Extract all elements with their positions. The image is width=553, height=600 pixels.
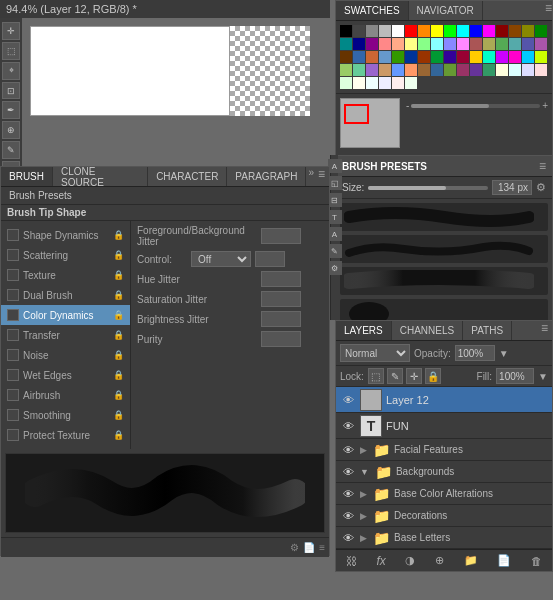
sidebar-item-texture[interactable]: Texture 🔒 <box>1 265 130 285</box>
swatch[interactable] <box>470 51 482 63</box>
tab-layers[interactable]: LAYERS <box>336 321 392 340</box>
swatch[interactable] <box>366 77 378 89</box>
swatch[interactable] <box>392 77 404 89</box>
purity-input[interactable] <box>261 331 301 347</box>
eye-layer12[interactable]: 👁 <box>340 392 356 408</box>
layer-group-decorations[interactable]: 👁 ▶ 📁 Decorations <box>336 505 552 527</box>
brightness-jitter-input[interactable] <box>261 311 301 327</box>
swatch[interactable] <box>457 51 469 63</box>
swatch[interactable] <box>353 38 365 50</box>
zoom-out-button[interactable]: - <box>406 100 409 111</box>
lock-position-btn[interactable]: ✛ <box>406 368 422 384</box>
swatch[interactable] <box>509 51 521 63</box>
swatch[interactable] <box>496 64 508 76</box>
fill-arrow[interactable]: ▼ <box>538 371 548 382</box>
sidebar-item-noise[interactable]: Noise 🔒 <box>1 345 130 365</box>
saturation-jitter-input[interactable] <box>261 291 301 307</box>
sidebar-item-smoothing[interactable]: Smoothing 🔒 <box>1 405 130 425</box>
opacity-arrow[interactable]: ▼ <box>499 348 509 359</box>
swatch[interactable] <box>496 51 508 63</box>
layer-adjust-button[interactable]: ⊕ <box>431 552 448 569</box>
check-color-dynamics[interactable] <box>7 309 19 321</box>
swatch[interactable] <box>431 51 443 63</box>
swatches-menu-icon[interactable]: ≡ <box>545 1 552 20</box>
lock-paint-btn[interactable]: ✎ <box>387 368 403 384</box>
tab-brush[interactable]: BRUSH <box>1 167 53 186</box>
swatch[interactable] <box>470 38 482 50</box>
swatch[interactable] <box>509 38 521 50</box>
swatch[interactable] <box>431 64 443 76</box>
layer-fx-button[interactable]: fx <box>372 552 389 570</box>
check-protect-texture[interactable] <box>7 429 19 441</box>
check-wet-edges[interactable] <box>7 369 19 381</box>
swatch[interactable] <box>418 64 430 76</box>
swatch[interactable] <box>353 25 365 37</box>
swatch[interactable] <box>496 25 508 37</box>
tab-paths[interactable]: PATHS <box>463 321 512 340</box>
brush-item[interactable] <box>340 203 548 231</box>
swatch[interactable] <box>470 25 482 37</box>
swatch[interactable] <box>483 38 495 50</box>
control-value-input[interactable] <box>255 251 285 267</box>
layer-item-layer12[interactable]: 👁 Layer 12 <box>336 387 552 413</box>
swatch[interactable] <box>457 25 469 37</box>
brush-presets-settings-icon[interactable]: ⚙ <box>536 181 546 194</box>
eye-fun[interactable]: 👁 <box>340 418 356 434</box>
sidebar-item-transfer[interactable]: Transfer 🔒 <box>1 325 130 345</box>
tool-heal[interactable]: ⊕ <box>2 121 20 139</box>
swatch[interactable] <box>405 25 417 37</box>
sidebar-item-scattering[interactable]: Scattering 🔒 <box>1 245 130 265</box>
layers-panel-menu-icon[interactable]: ≡ <box>541 321 552 340</box>
swatch[interactable] <box>509 25 521 37</box>
swatch[interactable] <box>444 25 456 37</box>
sidebar-item-wet-edges[interactable]: Wet Edges 🔒 <box>1 365 130 385</box>
check-scattering[interactable] <box>7 249 19 261</box>
sidebar-item-airbrush[interactable]: Airbrush 🔒 <box>1 385 130 405</box>
sidebar-item-shape-dynamics[interactable]: Shape Dynamics 🔒 <box>1 225 130 245</box>
swatch[interactable] <box>379 77 391 89</box>
layer-group-base-color[interactable]: 👁 ▶ 📁 Base Color Alterations <box>336 483 552 505</box>
swatch[interactable] <box>418 51 430 63</box>
swatch[interactable] <box>483 64 495 76</box>
swatch[interactable] <box>444 38 456 50</box>
tool-crop[interactable]: ⊡ <box>2 82 20 100</box>
swatch[interactable] <box>366 51 378 63</box>
tab-clone-source[interactable]: CLONE SOURCE <box>53 167 148 186</box>
lock-all-btn[interactable]: 🔒 <box>425 368 441 384</box>
swatch[interactable] <box>379 51 391 63</box>
swatch[interactable] <box>535 25 547 37</box>
arrow-decorations[interactable]: ▶ <box>360 511 367 521</box>
check-airbrush[interactable] <box>7 389 19 401</box>
swatch[interactable] <box>340 77 352 89</box>
brush-panel-menu-icon[interactable]: ≡ <box>318 167 329 186</box>
swatch[interactable] <box>405 51 417 63</box>
check-smoothing[interactable] <box>7 409 19 421</box>
swatch[interactable] <box>444 64 456 76</box>
layer-group-button[interactable]: 📁 <box>460 552 482 569</box>
sidebar-item-dual-brush[interactable]: Dual Brush 🔒 <box>1 285 130 305</box>
tab-channels[interactable]: CHANNELS <box>392 321 463 340</box>
tab-swatches[interactable]: SWATCHES <box>336 1 409 20</box>
swatch[interactable] <box>392 38 404 50</box>
swatch[interactable] <box>522 25 534 37</box>
swatch[interactable] <box>496 38 508 50</box>
zoom-in-button[interactable]: + <box>542 100 548 111</box>
footer-icon-3[interactable]: ≡ <box>319 542 325 553</box>
eye-base-color[interactable]: 👁 <box>340 486 356 502</box>
footer-icon-1[interactable]: ⚙ <box>290 542 299 553</box>
swatch[interactable] <box>470 64 482 76</box>
blend-mode-select[interactable]: Normal <box>340 344 410 362</box>
check-texture[interactable] <box>7 269 19 281</box>
swatch[interactable] <box>340 38 352 50</box>
brush-presets-menu-icon[interactable]: ≡ <box>539 159 546 173</box>
swatch[interactable] <box>522 38 534 50</box>
hue-jitter-input[interactable] <box>261 271 301 287</box>
swatch[interactable] <box>353 51 365 63</box>
swatch[interactable] <box>457 38 469 50</box>
swatch[interactable] <box>418 25 430 37</box>
check-transfer[interactable] <box>7 329 19 341</box>
layer-group-base-letters[interactable]: 👁 ▶ 📁 Base Letters <box>336 527 552 549</box>
layer-link-button[interactable]: ⛓ <box>342 553 361 569</box>
footer-icon-2[interactable]: 📄 <box>303 542 315 553</box>
check-noise[interactable] <box>7 349 19 361</box>
